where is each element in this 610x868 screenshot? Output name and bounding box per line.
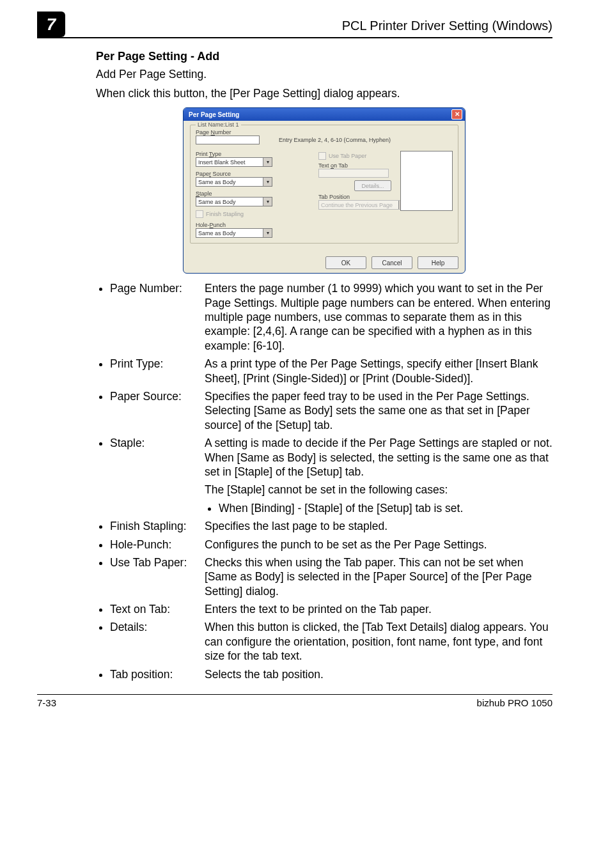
dialog-title: Per Page Setting	[189, 111, 239, 118]
close-icon[interactable]: ✕	[451, 109, 462, 120]
finish-stapling-checkbox[interactable]: Finish Stapling	[196, 210, 311, 218]
def-term: Paper Source:	[110, 389, 205, 403]
paper-source-select[interactable]: Same as Body▾	[196, 177, 272, 187]
def-desc: Specifies the paper feed tray to be used…	[205, 389, 552, 432]
footer-page-number: 7-33	[37, 697, 56, 708]
page-number-input[interactable]	[196, 136, 260, 144]
dialog-titlebar: Per Page Setting ✕	[184, 108, 465, 121]
list-item: Details: When this button is clicked, th…	[110, 620, 552, 663]
print-type-label: Print Type	[196, 151, 311, 157]
header-title: PCL Printer Driver Setting (Windows)	[342, 19, 552, 37]
help-button[interactable]: Help	[418, 256, 458, 269]
page-number-hint: Entry Example 2, 4, 6-10 (Comma, Hyphen)	[279, 137, 391, 143]
def-term: Staple:	[110, 436, 205, 450]
staple-select[interactable]: Same as Body▾	[196, 197, 272, 206]
def-desc: Specifies the last page to be stapled.	[205, 519, 552, 533]
list-item: Tab position: Selects the tab position.	[110, 667, 552, 681]
def-term: Use Tab Paper:	[110, 555, 205, 570]
per-page-setting-dialog: Per Page Setting ✕ List Name:List 1 Page…	[183, 107, 465, 274]
chevron-down-icon: ▾	[263, 229, 272, 237]
def-extra: The [Staple] cannot be set in the follow…	[205, 483, 552, 497]
definition-list: Page Number: Enters the page number (1 t…	[96, 281, 552, 681]
list-item: Hole-Punch: Configures the punch to be s…	[110, 538, 552, 552]
def-desc: Configures the punch to be set as the Pe…	[205, 538, 552, 552]
def-term: Print Type:	[110, 357, 205, 371]
def-desc: Enters the page number (1 to 9999) which…	[205, 281, 552, 353]
def-desc: Enters the text to be printed on the Tab…	[205, 602, 552, 616]
intro-line-2: When click this button, the [Per Page Se…	[96, 86, 552, 102]
chapter-tab: 7	[37, 12, 65, 37]
preview-pane	[400, 151, 453, 211]
def-term: Tab position:	[110, 667, 205, 681]
def-term: Page Number:	[110, 281, 205, 295]
def-term: Details:	[110, 620, 205, 634]
staple-label: Staple	[196, 190, 311, 197]
list-item: Staple: A setting is made to decide if t…	[110, 436, 552, 515]
tab-position-select: Continue the Previous Page▾	[318, 200, 408, 210]
page-number-label: Page Number	[196, 129, 453, 136]
list-item: Print Type: As a print type of the Per P…	[110, 357, 552, 385]
hole-punch-select[interactable]: Same as Body▾	[196, 228, 272, 238]
def-desc: As a print type of the Per Page Settings…	[205, 357, 552, 385]
list-item: Finish Stapling: Specifies the last page…	[110, 519, 552, 533]
group-legend: List Name:List 1	[196, 121, 241, 128]
paper-source-label: Paper Source	[196, 171, 311, 177]
list-item: Use Tab Paper: Checks this when using th…	[110, 555, 552, 598]
def-desc: A setting is made to decide if the Per P…	[205, 436, 552, 479]
def-term: Hole-Punch:	[110, 538, 205, 552]
chevron-down-icon: ▾	[263, 158, 272, 166]
list-item: Page Number: Enters the page number (1 t…	[110, 281, 552, 353]
list-item: Text on Tab: Enters the text to be print…	[110, 602, 552, 616]
print-type-select[interactable]: Insert Blank Sheet▾	[196, 157, 272, 167]
def-desc: When this button is clicked, the [Tab Te…	[205, 620, 552, 663]
details-button: Details...	[354, 180, 391, 191]
section-heading: Per Page Setting - Add	[96, 50, 552, 63]
intro-line-1: Add Per Page Setting.	[96, 67, 552, 82]
text-on-tab-input	[318, 169, 389, 178]
def-term: Finish Stapling:	[110, 519, 205, 533]
def-sub-item: When [Binding] - [Staple] of the [Setup]…	[219, 501, 552, 515]
list-item: Paper Source: Specifies the paper feed t…	[110, 389, 552, 432]
hole-punch-label: Hole-Punch	[196, 222, 311, 228]
def-desc: Selects the tab position.	[205, 667, 552, 681]
ok-button[interactable]: OK	[325, 256, 366, 269]
def-term: Text on Tab:	[110, 602, 205, 616]
footer-product: bizhub PRO 1050	[477, 697, 552, 708]
cancel-button[interactable]: Cancel	[371, 256, 412, 269]
chevron-down-icon: ▾	[263, 178, 272, 186]
chevron-down-icon: ▾	[263, 198, 272, 206]
def-desc: Checks this when using the Tab paper. Th…	[205, 555, 552, 598]
